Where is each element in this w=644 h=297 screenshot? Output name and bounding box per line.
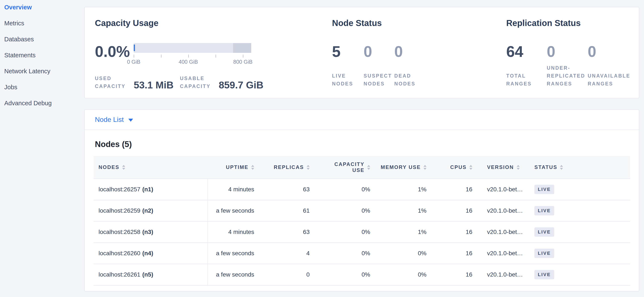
cell-uptime: 4 minutes xyxy=(208,179,261,200)
node-id: (n3) xyxy=(142,229,153,235)
capacity-used-percent: 0.0% xyxy=(95,43,130,60)
capacity-usage-title: Capacity Usage xyxy=(95,18,158,28)
cell-capacity-use: 0% xyxy=(316,200,377,221)
cell-replicas: 0 xyxy=(261,264,316,285)
node-status-stats: 5LIVE NODES0SUSPECT NODES0DEAD NODES xyxy=(332,43,433,88)
column-header-uptime[interactable]: UPTIME xyxy=(208,156,261,179)
status-badge: LIVE xyxy=(534,270,554,279)
column-header-version[interactable]: VERSION xyxy=(479,156,525,179)
cell-capacity-use: 0% xyxy=(316,264,377,285)
sort-icon xyxy=(424,165,426,170)
node-address-link[interactable]: localhost:26257 xyxy=(98,186,140,193)
node-status-stat-label: SUSPECT NODES xyxy=(364,72,394,88)
column-header-label: STATUS xyxy=(534,164,557,170)
sort-icon xyxy=(517,165,520,170)
node-address-link[interactable]: localhost:26259 xyxy=(98,207,140,214)
sort-icon xyxy=(560,165,563,170)
node-list-dropdown[interactable]: Node List xyxy=(85,110,639,130)
column-header-label: MEMORY USE xyxy=(381,164,421,170)
replication-stat: 0UNDER-REPLICATED RANGES xyxy=(547,43,588,88)
cell-capacity-use: 0% xyxy=(316,222,377,243)
capacity-usage-section: Capacity Usage 0.0% 0 GiB400 GiB800 GiB … xyxy=(95,7,257,98)
cell-memory-use: 0% xyxy=(377,243,433,264)
used-capacity-value: 53.1 MiB xyxy=(134,80,174,90)
axis-tick xyxy=(134,54,134,57)
column-header-label: UPTIME xyxy=(226,164,248,170)
cell-uptime: 4 minutes xyxy=(208,222,261,243)
node-address-link[interactable]: localhost:26260 xyxy=(98,250,140,257)
cell-replicas: 61 xyxy=(261,200,316,221)
sort-down-arrow-icon xyxy=(560,168,563,170)
column-header-status[interactable]: STATUS xyxy=(525,156,630,179)
node-status-stat-value: 0 xyxy=(364,43,394,60)
sidebar-item-network-latency[interactable]: Network Latency xyxy=(0,68,82,84)
replication-stat-label: TOTAL RANGES xyxy=(506,72,547,88)
usable-capacity-value: 859.7 GiB xyxy=(219,80,264,90)
cell-uptime: a few seconds xyxy=(208,264,261,285)
cell-cpus: 16 xyxy=(433,179,479,200)
sidebar-item-overview[interactable]: Overview xyxy=(0,4,82,20)
column-header-memory-use[interactable]: MEMORY USE xyxy=(377,156,433,179)
cell-uptime: a few seconds xyxy=(208,243,261,264)
table-row[interactable]: localhost:26259(n2)a few seconds610%1%16… xyxy=(94,200,630,222)
cell-memory-use: 0% xyxy=(377,264,433,285)
sort-down-arrow-icon xyxy=(424,168,426,170)
status-badge: LIVE xyxy=(534,206,554,215)
nodes-table-body: localhost:26257(n1)4 minutes630%1%16v20.… xyxy=(94,179,630,286)
capacity-bar-dark-segment xyxy=(233,43,251,53)
node-address-link[interactable]: localhost:26258 xyxy=(98,229,140,235)
sidebar-item-metrics[interactable]: Metrics xyxy=(0,20,82,36)
replication-status-title: Replication Status xyxy=(506,18,581,28)
node-list-dropdown-label: Node List xyxy=(95,116,124,124)
node-status-stat-value: 5 xyxy=(332,43,364,60)
sort-up-arrow-icon xyxy=(469,165,472,167)
cell-version: v20.1.0-bet… xyxy=(479,179,525,200)
sort-icon xyxy=(251,165,254,170)
status-badge: LIVE xyxy=(534,249,554,258)
cell-version: v20.1.0-bet… xyxy=(479,200,525,221)
node-id: (n4) xyxy=(142,250,153,257)
sort-up-arrow-icon xyxy=(517,165,520,167)
column-header-label: VERSION xyxy=(487,164,514,170)
axis-tick xyxy=(216,54,216,57)
node-list-card: Node List Nodes (5) NODESUPTIMEREPLICASC… xyxy=(84,109,639,292)
sidebar-item-advanced-debug[interactable]: Advanced Debug xyxy=(0,100,82,116)
sort-down-arrow-icon xyxy=(517,168,520,170)
cell-version: v20.1.0-bet… xyxy=(479,264,525,285)
axis-tick xyxy=(243,54,243,57)
node-address-link[interactable]: localhost:26261 xyxy=(98,271,140,278)
column-header-replicas[interactable]: REPLICAS xyxy=(261,156,316,179)
cell-status: LIVE xyxy=(525,200,630,221)
sidebar-item-statements[interactable]: Statements xyxy=(0,52,82,68)
replication-stat-label: UNAVAILABLE RANGES xyxy=(588,72,641,88)
cell-cpus: 16 xyxy=(433,200,479,221)
axis-tick-label: 800 GiB xyxy=(233,59,252,65)
column-header-cpus[interactable]: CPUS xyxy=(433,156,479,179)
column-header-label: CPUS xyxy=(450,164,466,170)
node-status-section: Node Status 5LIVE NODES0SUSPECT NODES0DE… xyxy=(332,7,452,98)
sort-down-arrow-icon xyxy=(307,168,310,170)
sort-up-arrow-icon xyxy=(424,165,426,167)
axis-tick-label: 400 GiB xyxy=(179,59,198,65)
sort-up-arrow-icon xyxy=(122,165,125,167)
sort-up-arrow-icon xyxy=(367,165,370,167)
axis-tick xyxy=(161,54,162,57)
cell-node: localhost:26258(n3) xyxy=(94,222,208,243)
capacity-axis-ticks xyxy=(134,54,251,57)
capacity-used-marker xyxy=(134,44,135,51)
table-row[interactable]: localhost:26257(n1)4 minutes630%1%16v20.… xyxy=(94,179,630,200)
replication-stat-label: UNDER-REPLICATED RANGES xyxy=(547,64,585,88)
table-row[interactable]: localhost:26261(n5)a few seconds00%0%16v… xyxy=(94,264,630,286)
cell-cpus: 16 xyxy=(433,222,479,243)
cockroachdb-console-overview-page: OverviewMetricsDatabasesStatementsNetwor… xyxy=(0,0,644,297)
column-header-nodes[interactable]: NODES xyxy=(94,156,208,179)
column-header-capacity-use[interactable]: CAPACITY USE xyxy=(316,156,377,179)
sidebar-item-databases[interactable]: Databases xyxy=(0,36,82,52)
sort-up-arrow-icon xyxy=(251,165,254,167)
sidebar-item-jobs[interactable]: Jobs xyxy=(0,84,82,100)
node-id: (n1) xyxy=(142,186,153,193)
cell-status: LIVE xyxy=(525,179,630,200)
table-row[interactable]: localhost:26260(n4)a few seconds40%0%16v… xyxy=(94,243,630,264)
axis-tick xyxy=(188,54,189,57)
table-row[interactable]: localhost:26258(n3)4 minutes630%1%16v20.… xyxy=(94,222,630,243)
